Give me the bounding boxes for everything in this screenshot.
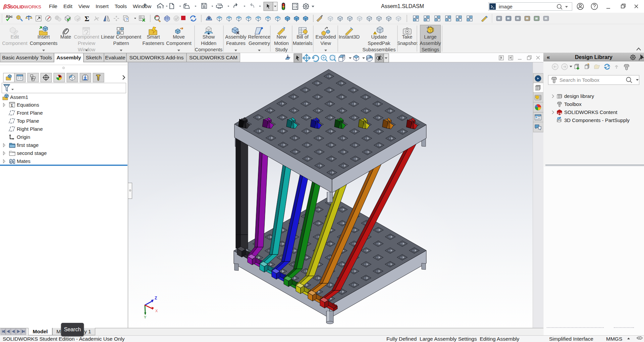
svg-text:Instant3D: Instant3D xyxy=(339,34,360,40)
svg-text:Show: Show xyxy=(203,34,215,40)
svg-text:Mates: Mates xyxy=(17,158,31,164)
svg-text:Z: Z xyxy=(155,296,157,300)
svg-text:Components: Components xyxy=(195,47,223,52)
svg-text:X: X xyxy=(155,309,158,313)
svg-text:New: New xyxy=(276,34,286,40)
svg-text:Front Plane: Front Plane xyxy=(17,110,43,116)
svg-text:3D Components - PartSupply: 3D Components - PartSupply xyxy=(564,117,630,123)
svg-text:Component: Component xyxy=(74,34,99,40)
svg-text:Edit: Edit xyxy=(10,34,19,40)
svg-text:Equations: Equations xyxy=(17,102,39,108)
svg-text:Large: Large xyxy=(424,34,436,40)
svg-text:Move: Move xyxy=(173,34,185,40)
svg-text:Hidden: Hidden xyxy=(201,41,216,46)
svg-text:Right Plane: Right Plane xyxy=(17,126,43,132)
svg-text:Insert: Insert xyxy=(38,34,50,40)
svg-text:Mate: Mate xyxy=(60,34,71,40)
svg-text:Σ: Σ xyxy=(85,14,89,23)
svg-text:Assem1: Assem1 xyxy=(10,94,28,100)
svg-text:second stage: second stage xyxy=(17,150,47,156)
svg-text:Study: Study xyxy=(275,47,288,52)
svg-text:Settings: Settings xyxy=(422,47,439,52)
svg-text:Take: Take xyxy=(402,34,413,40)
svg-text:Components: Components xyxy=(30,41,58,46)
svg-text:View: View xyxy=(320,41,331,46)
svg-text:?: ? xyxy=(126,18,128,21)
svg-text:Pattern: Pattern xyxy=(113,41,129,46)
svg-text:Toolbox: Toolbox xyxy=(564,101,582,107)
svg-text:Motion: Motion xyxy=(274,41,289,46)
svg-text:Preview: Preview xyxy=(78,41,95,46)
svg-text:Exploded: Exploded xyxy=(316,34,336,40)
svg-text:Assembly: Assembly xyxy=(420,41,441,46)
svg-text:Origin: Origin xyxy=(17,134,30,140)
svg-text:Update: Update xyxy=(371,34,387,40)
svg-text:Bill of: Bill of xyxy=(297,34,309,40)
svg-text:first stage: first stage xyxy=(17,142,39,148)
svg-text:Reference: Reference xyxy=(248,34,270,40)
svg-text:Linear Component: Linear Component xyxy=(101,34,141,40)
svg-text:S: S xyxy=(558,112,559,115)
svg-text:SpeedPak: SpeedPak xyxy=(368,41,390,46)
svg-text:Component: Component xyxy=(166,41,191,46)
svg-text:design library: design library xyxy=(564,93,594,99)
svg-text:Snapshot: Snapshot xyxy=(397,41,418,46)
svg-text:Component: Component xyxy=(2,41,27,46)
svg-text:W: W xyxy=(560,112,562,115)
svg-text:Top Plane: Top Plane xyxy=(17,118,39,124)
svg-text:Σ: Σ xyxy=(11,103,13,107)
svg-text:Subassemblies: Subassemblies xyxy=(363,47,396,52)
svg-text:Smart: Smart xyxy=(147,34,160,40)
svg-text:Geometry: Geometry xyxy=(249,41,270,46)
svg-text:Fasteners: Fasteners xyxy=(143,41,164,46)
svg-text:Assembly: Assembly xyxy=(225,34,247,40)
svg-text:SOLIDWORKS Content: SOLIDWORKS Content xyxy=(564,109,618,115)
svg-text:Y: Y xyxy=(144,315,147,319)
svg-text:Materials: Materials xyxy=(292,41,312,46)
svg-text:Features: Features xyxy=(226,41,246,46)
